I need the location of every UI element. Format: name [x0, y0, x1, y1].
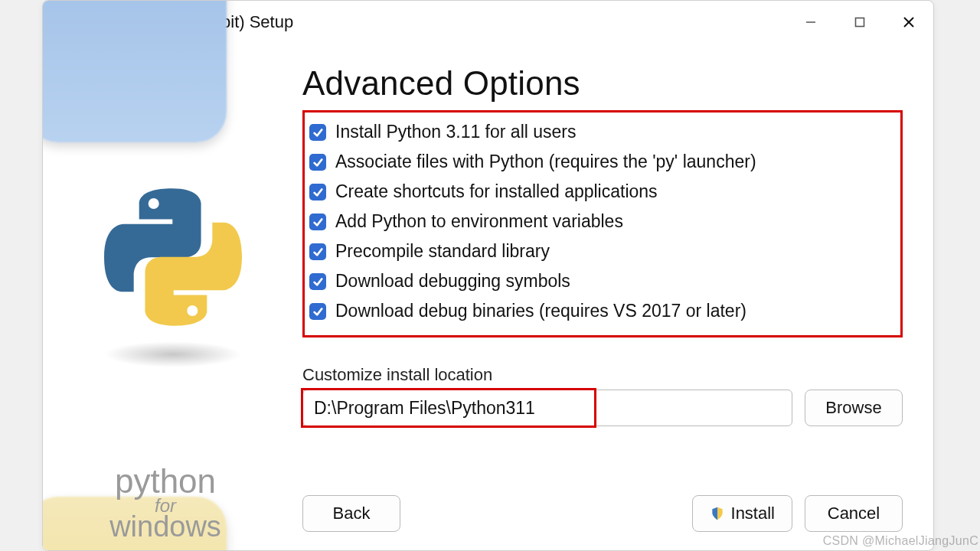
logo-shadow: [104, 341, 242, 367]
option-label: Install Python 3.11 for all users: [335, 122, 577, 142]
minimize-button[interactable]: [786, 1, 835, 43]
sidebar-line1: python: [74, 464, 257, 499]
checkbox-icon: [309, 243, 326, 260]
installer-window: Python 3.11.3 (64-bit) Setup python for …: [42, 0, 934, 551]
option-label: Download debugging symbols: [335, 271, 570, 292]
checkbox-icon: [309, 273, 326, 290]
install-location-input[interactable]: [302, 390, 792, 426]
uac-shield-icon: [710, 506, 725, 521]
option-label: Precompile standard library: [335, 241, 550, 262]
option-download-debug-symbols[interactable]: Download debugging symbols: [308, 266, 893, 296]
option-precompile-stdlib[interactable]: Precompile standard library: [308, 236, 893, 266]
checkbox-icon: [309, 184, 326, 201]
close-button[interactable]: [884, 1, 933, 43]
option-label: Associate files with Python (requires th…: [335, 152, 756, 172]
footer: Back Install Cancel: [302, 474, 903, 532]
option-label: Add Python to environment variables: [335, 211, 623, 232]
decorative-blob-top: [42, 0, 227, 142]
watermark-text: CSDN @MichaelJiangJunC: [817, 531, 980, 551]
back-button-label: Back: [333, 504, 371, 523]
checkbox-icon: [309, 154, 326, 171]
options-group-highlighted: Install Python 3.11 for all users Associ…: [302, 110, 903, 337]
checkbox-icon: [309, 303, 326, 320]
checkbox-icon: [309, 124, 326, 141]
option-add-to-path[interactable]: Add Python to environment variables: [308, 207, 893, 236]
option-create-shortcuts[interactable]: Create shortcuts for installed applicati…: [308, 177, 893, 207]
python-logo-icon: [104, 188, 242, 326]
back-button[interactable]: Back: [302, 495, 400, 532]
browse-button-label: Browse: [825, 398, 881, 418]
cancel-button-label: Cancel: [828, 504, 880, 523]
svg-rect-3: [856, 18, 864, 26]
option-download-debug-binaries[interactable]: Download debug binaries (requires VS 201…: [308, 296, 893, 326]
cancel-button[interactable]: Cancel: [805, 495, 903, 532]
sidebar-caption: python for windows: [74, 464, 257, 543]
sidebar-line3: windows: [74, 512, 257, 543]
page-heading: Advanced Options: [302, 64, 903, 103]
browse-button[interactable]: Browse: [805, 390, 903, 426]
install-location-wrap: [302, 390, 792, 426]
install-button[interactable]: Install: [692, 495, 792, 532]
option-label: Download debug binaries (requires VS 201…: [335, 301, 746, 321]
main-panel: Advanced Options Install Python 3.11 for…: [292, 43, 933, 550]
install-location-label: Customize install location: [302, 365, 903, 385]
option-install-all-users[interactable]: Install Python 3.11 for all users: [308, 117, 893, 147]
option-label: Create shortcuts for installed applicati…: [335, 181, 658, 202]
install-button-label: Install: [731, 504, 775, 523]
checkbox-icon: [309, 214, 326, 230]
option-associate-files[interactable]: Associate files with Python (requires th…: [308, 147, 893, 177]
sidebar: python for windows: [43, 43, 292, 550]
maximize-button[interactable]: [835, 1, 884, 43]
